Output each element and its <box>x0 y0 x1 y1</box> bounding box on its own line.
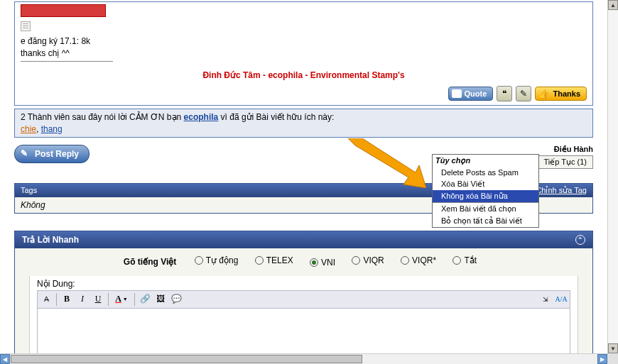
post-body: e đăng ký 17.1: 8k thanks chị ^^ <box>21 35 587 62</box>
option-delete-post[interactable]: Xóa Bài Viết <box>433 178 538 190</box>
post-line: e đăng ký 17.1: 8k <box>21 35 587 48</box>
scroll-track[interactable] <box>608 11 618 343</box>
remove-format-icon[interactable]: A̶ <box>39 292 53 307</box>
signature-divider <box>21 61 113 62</box>
tags-label: Tags <box>21 186 37 195</box>
scroll-down-icon[interactable]: ▼ <box>608 343 618 353</box>
option-deselect-all[interactable]: Bỏ chọn tất cả Bài viết <box>433 215 538 227</box>
thanks-box: 2 Thành viên sau đây nói lời CẢM ƠN bạn … <box>14 109 593 138</box>
quote-icon[interactable]: 💬 <box>169 292 183 307</box>
multiquote-button[interactable]: ❝ <box>497 86 512 101</box>
option-delete-spam[interactable]: Delete Posts as Spam <box>433 167 538 178</box>
scroll-up-icon[interactable]: ▲ <box>608 0 618 10</box>
underline-icon[interactable]: U <box>91 292 105 307</box>
quickreply-icon-button[interactable]: ✎ <box>516 86 531 101</box>
bold-icon[interactable]: B <box>60 292 74 307</box>
scroll-left-icon[interactable]: ◀ <box>0 354 10 364</box>
scroll-track[interactable] <box>11 354 597 364</box>
thanked-user-link[interactable]: ecophila <box>184 112 219 122</box>
document-icon <box>21 21 31 31</box>
radio-viqr[interactable]: VIQR <box>352 255 384 265</box>
image-icon[interactable]: 🖼 <box>153 292 168 307</box>
italic-icon[interactable]: I <box>75 292 90 307</box>
viet-label: Gõ tiếng Việt <box>124 257 176 267</box>
scroll-corner <box>607 353 618 364</box>
radio-vni[interactable]: VNI <box>310 258 335 268</box>
scroll-right-icon[interactable]: ▶ <box>597 354 607 364</box>
dropdown-group-label: Tùy chọn <box>433 155 538 167</box>
quote-button[interactable]: Quote <box>448 87 494 101</box>
input-method-row: Gõ tiếng Việt Tự động TELEX VNI VIQR VIQ… <box>29 255 578 268</box>
post-reply-button[interactable]: Post Reply <box>14 145 90 163</box>
option-undelete[interactable]: Không xóa Bài nữa <box>433 190 538 202</box>
continue-button[interactable]: Tiếp Tục (1) <box>538 155 593 169</box>
signature-text: Đinh Đức Tâm - ecophila - Environmental … <box>21 70 587 80</box>
collapse-button[interactable]: ⌃ <box>575 235 585 245</box>
thanker-link[interactable]: chie <box>21 124 36 134</box>
switch-mode-icon[interactable]: A/A <box>554 292 568 307</box>
shrink-icon[interactable]: ⇲ <box>538 292 553 307</box>
message-textarea[interactable] <box>37 309 570 353</box>
editor-toolbar: A̶ B I U A▼ 🔗 🖼 💬 ⇲ A/A <box>37 290 570 309</box>
scroll-thumb[interactable] <box>11 355 362 363</box>
edit-tags-link[interactable]: Chỉnh sửa Tag <box>536 186 587 195</box>
radio-viqr2[interactable]: VIQR* <box>401 255 436 265</box>
thanks-button[interactable]: Thanks <box>535 87 587 101</box>
content-label: Nội Dung: <box>37 279 570 289</box>
thanks-text: vì đã gửi Bài viết hữu ích này: <box>218 112 334 122</box>
post-container: e đăng ký 17.1: 8k thanks chị ^^ Đinh Đứ… <box>14 1 593 106</box>
font-color-icon[interactable]: A▼ <box>112 292 131 307</box>
link-icon[interactable]: 🔗 <box>138 292 152 307</box>
horizontal-scrollbar[interactable]: ◀ ▶ <box>0 353 607 364</box>
banner-image <box>21 4 106 17</box>
radio-off[interactable]: Tắt <box>452 255 477 265</box>
radio-auto[interactable]: Tự động <box>195 255 239 265</box>
vertical-scrollbar[interactable]: ▲ ▼ <box>607 0 618 353</box>
moderation-label: Điều Hành <box>433 145 593 154</box>
thanker-link[interactable]: thang <box>41 124 63 134</box>
post-line: thanks chị ^^ <box>21 48 587 60</box>
quick-reply-panel: Trả Lời Nhanh ⌃ Gõ tiếng Việt Tự động TE… <box>14 231 593 353</box>
moderation-dropdown: Tùy chọn Delete Posts as Spam Xóa Bài Vi… <box>432 154 539 228</box>
option-view-selected[interactable]: Xem Bài viết đã chọn <box>433 203 538 215</box>
quick-reply-title: Trả Lời Nhanh <box>22 235 79 245</box>
thanks-text: 2 Thành viên sau đây nói lời CẢM ƠN bạn <box>21 112 184 122</box>
radio-telex[interactable]: TELEX <box>255 255 293 265</box>
